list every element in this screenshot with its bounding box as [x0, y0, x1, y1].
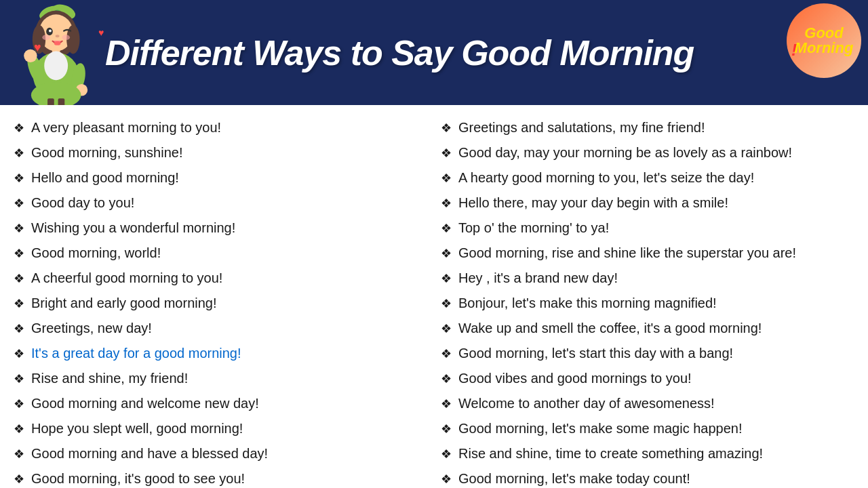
diamond-icon: ❖	[441, 296, 452, 312]
list-item-text: Good vibes and good mornings to you!	[458, 369, 692, 388]
diamond-icon: ❖	[14, 245, 24, 262]
diamond-icon: ❖	[14, 120, 24, 136]
list-item-text: A cheerful good morning to you!	[31, 269, 222, 287]
diamond-icon: ❖	[14, 195, 24, 211]
svg-point-10	[62, 35, 70, 40]
diamond-icon: ❖	[441, 471, 452, 487]
page-title: Different Ways to Say Good Morning	[98, 33, 868, 73]
diamond-icon: ❖	[441, 170, 452, 186]
list-item: ❖A very pleasant morning to you!	[14, 119, 427, 137]
list-item-text: Good morning, it's good to see you!	[31, 470, 245, 488]
list-item: ❖Good morning, let's make some magic hap…	[441, 420, 854, 438]
diamond-icon: ❖	[14, 371, 24, 387]
list-item: ❖A hearty good morning to you, let's sei…	[441, 169, 854, 187]
list-item: ❖Good morning, rise and shine like the s…	[441, 244, 854, 262]
list-item: ❖Hello and good morning!	[14, 169, 427, 187]
diamond-icon: ❖	[441, 346, 452, 362]
list-item: ❖Good morning, let's start this day with…	[441, 344, 854, 363]
list-item-text: Greetings and salutations, my fine frien…	[458, 119, 705, 137]
list-item-text: Good morning and welcome new day!	[31, 394, 259, 413]
list-item-text: Hello there, may your day begin with a s…	[458, 194, 728, 212]
list-item-text: Rise and shine, my friend!	[31, 369, 188, 388]
badge-exclaim: !	[791, 41, 797, 60]
diamond-icon: ❖	[441, 245, 452, 262]
list-item: ❖It's a great day for a good morning!	[14, 344, 427, 363]
list-item: ❖Good day, may your morning be as lovely…	[441, 144, 854, 162]
diamond-icon: ❖	[14, 145, 24, 161]
list-item-text: Hope you slept well, good morning!	[31, 420, 243, 438]
left-column: ❖A very pleasant morning to you!❖Good mo…	[14, 119, 427, 488]
list-item: ❖Good morning, world!	[14, 244, 427, 262]
list-item-text: Welcome to another day of awesomeness!	[458, 394, 715, 413]
list-item-text: Good day, may your morning be as lovely …	[458, 144, 792, 162]
svg-rect-22	[58, 98, 65, 105]
list-item-text: Hey , it's a brand new day!	[458, 269, 618, 287]
svg-point-15	[44, 52, 68, 81]
list-item: ❖Rise and shine, my friend!	[14, 369, 427, 388]
list-item: ❖Greetings, new day!	[14, 319, 427, 338]
diamond-icon: ❖	[441, 270, 452, 287]
good-morning-badge: Good Morning	[787, 3, 861, 78]
svg-point-12	[54, 41, 61, 45]
list-item-text: Good day to you!	[31, 194, 134, 212]
list-item-text: Good morning and have a blessed day!	[31, 445, 268, 463]
list-item-text: Good morning, sunshine!	[31, 144, 182, 162]
list-item-text: Hello and good morning!	[31, 169, 179, 187]
diamond-icon: ❖	[441, 195, 452, 211]
diamond-icon: ❖	[441, 446, 452, 462]
list-item: ❖Wishing you a wonderful morning!	[14, 219, 427, 237]
diamond-icon: ❖	[441, 321, 452, 337]
list-item-text: Bonjour, let's make this morning magnifi…	[458, 294, 717, 312]
diamond-icon: ❖	[14, 471, 24, 487]
heart-decoration-right: ♥	[98, 27, 104, 38]
list-item: ❖Good morning and have a blessed day!	[14, 445, 427, 463]
list-item: ❖A cheerful good morning to you!	[14, 269, 427, 287]
diamond-icon: ❖	[14, 321, 24, 337]
diamond-icon: ❖	[441, 371, 452, 387]
diamond-icon: ❖	[14, 170, 24, 186]
list-item: ❖Good day to you!	[14, 194, 427, 212]
badge-good-text: Good	[804, 26, 843, 41]
list-item: ❖Hope you slept well, good morning!	[14, 420, 427, 438]
list-item: ❖Good morning, it's good to see you!	[14, 470, 427, 488]
list-item: ❖Greetings and salutations, my fine frie…	[441, 119, 854, 137]
list-item-text: Good morning, rise and shine like the su…	[458, 244, 796, 262]
list-item-text: Good morning, world!	[31, 244, 161, 262]
list-item-text: A very pleasant morning to you!	[31, 119, 221, 137]
list-item-text: Good morning, let's make some magic happ…	[458, 420, 742, 438]
diamond-icon: ❖	[441, 220, 452, 237]
list-item: ❖Good vibes and good mornings to you!	[441, 369, 854, 388]
diamond-icon: ❖	[14, 396, 24, 412]
diamond-icon: ❖	[14, 446, 24, 462]
diamond-icon: ❖	[441, 120, 452, 136]
list-item: ❖Bright and early good morning!	[14, 294, 427, 312]
diamond-icon: ❖	[441, 145, 452, 161]
list-item: ❖Hey , it's a brand new day!	[441, 269, 854, 287]
list-item-text: It's a great day for a good morning!	[31, 344, 241, 363]
list-item-text: Good morning, let's make today count!	[458, 470, 690, 488]
diamond-icon: ❖	[14, 220, 24, 237]
list-item-text: Greetings, new day!	[31, 319, 152, 338]
svg-point-9	[42, 35, 50, 40]
list-item: ❖Bonjour, let's make this morning magnif…	[441, 294, 854, 312]
header: ♥ ♥ Different Ways to Say Good Morning G…	[0, 0, 868, 105]
svg-point-8	[49, 30, 52, 33]
list-item-text: Good morning, let's start this day with …	[458, 344, 733, 363]
right-column: ❖Greetings and salutations, my fine frie…	[441, 119, 854, 488]
diamond-icon: ❖	[14, 346, 24, 362]
list-item: ❖Hello there, may your day begin with a …	[441, 194, 854, 212]
list-item: ❖Good morning, let's make today count!	[441, 470, 854, 488]
diamond-icon: ❖	[14, 296, 24, 312]
diamond-icon: ❖	[441, 421, 452, 437]
list-item: ❖Wake up and smell the coffee, it's a go…	[441, 319, 854, 338]
cartoon-character: ♥ ♥	[0, 0, 98, 105]
list-item-text: A hearty good morning to you, let's seiz…	[458, 169, 754, 187]
list-item-text: Bright and early good morning!	[31, 294, 217, 312]
list-item-text: Top o' the morning' to ya!	[458, 219, 609, 237]
diamond-icon: ❖	[14, 270, 24, 287]
list-item: ❖Welcome to another day of awesomeness!	[441, 394, 854, 413]
list-item: ❖Good morning and welcome new day!	[14, 394, 427, 413]
list-item: ❖Rise and shine, time to create somethin…	[441, 445, 854, 463]
content-area: ❖A very pleasant morning to you!❖Good mo…	[0, 105, 868, 488]
list-item-text: Wake up and smell the coffee, it's a goo…	[458, 319, 762, 338]
